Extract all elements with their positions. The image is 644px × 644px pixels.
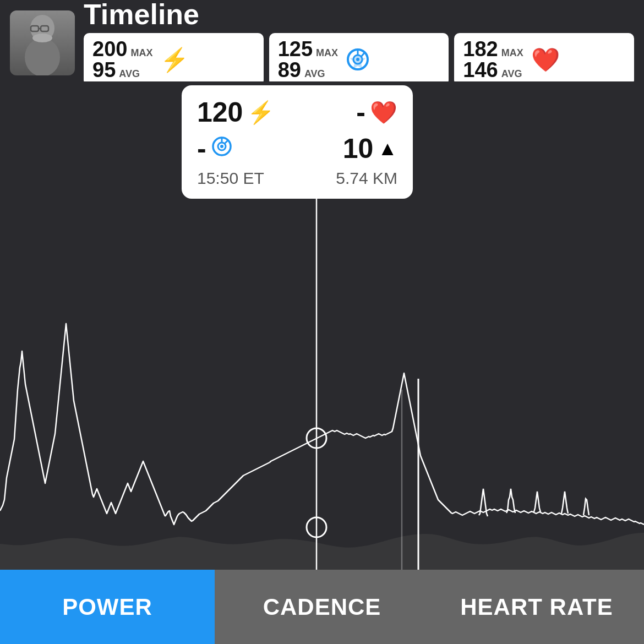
bottom-tabs: POWER CADENCE HEART RATE	[0, 570, 644, 644]
stats-row: 200 MAX 95 AVG ⚡ 125 MAX	[84, 33, 634, 86]
page-title: Timeline	[84, 0, 634, 29]
power-stat-values: 200 MAX 95 AVG	[92, 39, 152, 80]
tooltip-elevation-value: 10	[343, 135, 374, 162]
tooltip-card: 120 ⚡ - ❤️ - 10 ▲ 15:50 ET	[182, 85, 413, 199]
tooltip-heart-dash: -	[356, 96, 365, 128]
tooltip-time: 15:50 ET	[197, 169, 264, 188]
svg-point-1	[25, 38, 60, 75]
tooltip-heart-icon: ❤️	[370, 100, 397, 125]
header: Timeline 200 MAX 95 AVG ⚡	[0, 0, 644, 81]
power-avg-value: 95	[92, 59, 116, 80]
title-area: Timeline 200 MAX 95 AVG ⚡	[84, 0, 634, 86]
cadence-stat-card: 125 MAX 89 AVG	[269, 33, 449, 86]
heartrate-avg-value: 146	[463, 59, 498, 80]
tooltip-power-icon: ⚡	[247, 100, 275, 125]
tooltip-power-value: 120	[197, 99, 243, 126]
power-max-value: 200	[92, 39, 127, 59]
cadence-avg-label: AVG	[304, 68, 325, 80]
tab-power[interactable]: POWER	[0, 570, 215, 644]
tooltip-distance: 5.74 KM	[336, 169, 397, 188]
tab-cadence[interactable]: CADENCE	[215, 570, 429, 644]
heartrate-max-label: MAX	[501, 47, 523, 59]
tooltip-elevation-icon: ▲	[378, 137, 397, 160]
tooltip-power: 120 ⚡	[197, 99, 275, 126]
heartrate-stat-card: 182 MAX 146 AVG ❤️	[454, 33, 634, 86]
avatar	[10, 10, 75, 75]
cadence-stat-values: 125 MAX 89 AVG	[278, 39, 338, 80]
heartrate-stat-values: 182 MAX 146 AVG	[463, 39, 523, 80]
svg-line-10	[362, 53, 364, 56]
svg-point-13	[220, 145, 223, 148]
heart-icon: ❤️	[531, 46, 560, 73]
tooltip-cadence: -	[197, 133, 233, 165]
tooltip-elevation: 10 ▲	[343, 135, 397, 162]
svg-point-2	[32, 34, 52, 42]
tooltip-cadence-dash: -	[197, 133, 206, 165]
tooltip-cadence-icon	[211, 135, 233, 162]
heartrate-max-value: 182	[463, 39, 498, 59]
power-icon: ⚡	[160, 46, 189, 73]
tooltip-heart: - ❤️	[356, 96, 397, 128]
tab-heartrate[interactable]: HEART RATE	[429, 570, 644, 644]
cadence-max-label: MAX	[316, 47, 338, 59]
cadence-max-value: 125	[278, 39, 313, 59]
power-max-label: MAX	[130, 47, 152, 59]
cadence-icon	[346, 47, 370, 72]
svg-line-15	[225, 140, 228, 143]
cadence-avg-value: 89	[278, 59, 301, 80]
power-stat-card: 200 MAX 95 AVG ⚡	[84, 33, 264, 86]
power-avg-label: AVG	[119, 68, 140, 80]
svg-point-8	[356, 58, 359, 61]
heartrate-avg-label: AVG	[501, 68, 522, 80]
